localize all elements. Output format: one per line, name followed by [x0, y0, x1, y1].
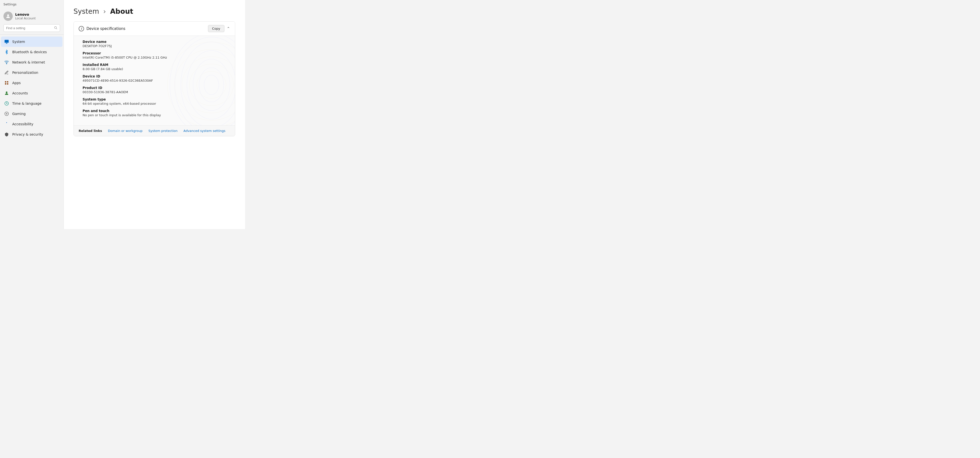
sidebar-item-time[interactable]: Time & language — [1, 98, 62, 109]
user-info: Lenovo Local Account — [3, 11, 60, 21]
user-details: Lenovo Local Account — [15, 12, 35, 20]
search-box[interactable] — [3, 24, 60, 32]
svg-point-11 — [6, 91, 8, 93]
svg-rect-7 — [5, 81, 6, 82]
accessibility-icon — [4, 121, 9, 127]
spec-device-id: Device ID 495071CD-4E90-4514-9326-02C36E… — [83, 74, 226, 82]
spec-ram: Installed RAM 8.00 GB (7.84 GB usable) — [83, 63, 226, 71]
link-advanced-system-settings[interactable]: Advanced system settings — [183, 129, 225, 132]
sidebar-item-accounts[interactable]: Accounts — [1, 88, 62, 98]
settings-top-label: Settings — [0, 0, 64, 8]
breadcrumb-separator: › — [103, 7, 108, 16]
spec-label-system-type: System type — [83, 97, 226, 101]
device-specs-card: i Device specifications Copy ⌃ — [73, 21, 235, 136]
page-title: System › About — [73, 7, 235, 16]
svg-rect-8 — [7, 81, 8, 82]
related-links-label: Related links — [79, 129, 102, 132]
specs-header: i Device specifications Copy ⌃ — [74, 22, 235, 36]
spec-label-processor: Processor — [83, 51, 226, 55]
info-icon: i — [79, 26, 84, 31]
search-icon — [54, 26, 57, 30]
sidebar-item-personalization[interactable]: Personalization — [1, 67, 62, 78]
spec-value-pen-touch: No pen or touch input is available for t… — [83, 113, 226, 117]
sidebar: Settings Lenovo Local Account — [0, 0, 64, 229]
chevron-up-icon[interactable]: ⌃ — [227, 26, 230, 31]
sidebar-item-gaming[interactable]: Gaming — [1, 109, 62, 119]
spec-label-device-id: Device ID — [83, 74, 226, 78]
system-icon — [4, 39, 9, 45]
sidebar-item-label-system: System — [12, 40, 25, 44]
sidebar-item-privacy[interactable]: Privacy & security — [1, 129, 62, 139]
copy-button[interactable]: Copy — [208, 25, 224, 32]
sidebar-item-accessibility[interactable]: Accessibility — [1, 119, 62, 129]
spec-system-type: System type 64-bit operating system, x64… — [83, 97, 226, 105]
breadcrumb-current: About — [110, 7, 133, 16]
user-account-type: Local Account — [15, 17, 35, 20]
svg-point-0 — [7, 14, 9, 16]
breadcrumb-parent: System — [73, 7, 99, 16]
sidebar-item-label-time: Time & language — [12, 102, 41, 105]
spec-label-pen-touch: Pen and touch — [83, 109, 226, 113]
sidebar-item-bluetooth[interactable]: Bluetooth & devices — [1, 47, 62, 57]
spec-device-name: Device name DESKTOP-7O2F75J — [83, 40, 226, 48]
spec-value-ram: 8.00 GB (7.84 GB usable) — [83, 67, 226, 71]
user-name: Lenovo — [15, 12, 35, 17]
spec-value-device-id: 495071CD-4E90-4514-9326-02C36EA530AF — [83, 79, 226, 82]
related-links: Related links Domain or workgroup System… — [74, 125, 235, 136]
specs-header-left: i Device specifications — [79, 26, 125, 31]
avatar — [3, 11, 13, 21]
link-system-protection[interactable]: System protection — [148, 129, 178, 132]
personalization-icon — [4, 70, 9, 75]
apps-icon — [4, 80, 9, 86]
sidebar-item-label-accounts: Accounts — [12, 91, 28, 95]
spec-label-ram: Installed RAM — [83, 63, 226, 67]
svg-line-2 — [56, 29, 57, 29]
sidebar-top: Lenovo Local Account — [0, 8, 64, 35]
spec-value-device-name: DESKTOP-7O2F75J — [83, 44, 226, 48]
spec-value-system-type: 64-bit operating system, x64-based proce… — [83, 102, 226, 105]
privacy-icon — [4, 132, 9, 137]
spec-processor: Processor Intel(R) Core(TM) i5-8500T CPU… — [83, 51, 226, 59]
svg-point-1 — [54, 27, 56, 29]
spec-pen-touch: Pen and touch No pen or touch input is a… — [83, 109, 226, 117]
sidebar-item-label-gaming: Gaming — [12, 112, 26, 116]
sidebar-item-apps[interactable]: Apps — [1, 78, 62, 88]
sidebar-item-label-bluetooth: Bluetooth & devices — [12, 50, 47, 54]
svg-rect-10 — [7, 83, 8, 85]
time-icon — [4, 101, 9, 106]
bluetooth-icon — [4, 49, 9, 55]
link-domain-workgroup[interactable]: Domain or workgroup — [108, 129, 142, 132]
sidebar-item-label-apps: Apps — [12, 81, 21, 85]
spec-label-device-name: Device name — [83, 40, 226, 44]
main-content: System › About i Device specifications C… — [64, 0, 245, 229]
network-icon — [4, 59, 9, 65]
spec-value-processor: Intel(R) Core(TM) i5-8500T CPU @ 2.10GHz… — [83, 56, 226, 59]
specs-header-right: Copy ⌃ — [208, 25, 230, 32]
spec-value-product-id: 00330-51936-38781-AAOEM — [83, 90, 226, 94]
sidebar-nav: System Bluetooth & devices Network & in — [0, 35, 64, 229]
specs-body: Device name DESKTOP-7O2F75J Processor In… — [74, 36, 235, 125]
svg-point-18 — [199, 68, 224, 102]
specs-section-title: Device specifications — [86, 27, 125, 31]
sidebar-item-network[interactable]: Network & internet — [1, 57, 62, 67]
accounts-icon — [4, 91, 9, 96]
gaming-icon — [4, 111, 9, 116]
spec-product-id: Product ID 00330-51936-38781-AAOEM — [83, 86, 226, 94]
svg-point-6 — [6, 64, 7, 64]
sidebar-item-label-network: Network & internet — [12, 60, 45, 64]
sidebar-item-system[interactable]: System — [1, 37, 62, 47]
sidebar-item-label-personalization: Personalization — [12, 70, 38, 75]
svg-point-16 — [6, 122, 7, 123]
sidebar-item-label-privacy: Privacy & security — [12, 132, 43, 136]
sidebar-item-label-accessibility: Accessibility — [12, 122, 33, 126]
search-input[interactable] — [6, 26, 52, 30]
svg-rect-3 — [5, 40, 9, 43]
spec-label-product-id: Product ID — [83, 86, 226, 90]
svg-rect-9 — [5, 83, 6, 85]
